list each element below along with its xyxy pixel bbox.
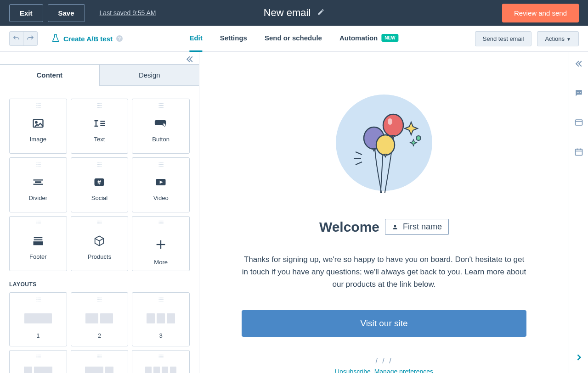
module-video-label: Video [153, 195, 169, 201]
window-icon[interactable] [574, 118, 583, 129]
layouts-grid: :::::::::::: 1 :::::::::::: 2 ::::::::::… [9, 292, 190, 346]
nav-right-actions: Send test email Actions▼ [475, 31, 579, 46]
layout-preview-icon [24, 366, 52, 373]
modules-grid: :::::::::::: Image :::::::::::: Text :::… [9, 99, 190, 271]
new-badge: NEW [381, 34, 398, 42]
person-icon [392, 224, 398, 230]
video-icon [154, 174, 167, 190]
visit-site-button[interactable]: Visit our site [242, 310, 526, 337]
expand-chevron-icon[interactable] [574, 353, 583, 364]
tab-send-or-schedule[interactable]: Send or schedule [265, 26, 322, 52]
calendar-icon[interactable] [574, 147, 583, 158]
button-icon [154, 116, 167, 131]
last-saved-link[interactable]: Last saved 9:55 AM [100, 9, 156, 17]
module-more[interactable]: :::::::::::: More [132, 216, 190, 271]
svg-rect-31 [575, 149, 582, 155]
undo-icon [12, 34, 20, 43]
history-buttons [9, 31, 38, 46]
save-button[interactable]: Save [48, 4, 85, 22]
comments-icon[interactable] [574, 89, 583, 100]
layout-2-col[interactable]: :::::::::::: 2 [71, 292, 129, 346]
drag-handle-icon: :::::::::::: [158, 221, 164, 227]
help-icon[interactable]: ? [116, 35, 123, 42]
social-icon: # [93, 174, 106, 190]
module-products[interactable]: :::::::::::: Products [71, 216, 129, 271]
unsubscribe-link[interactable]: Unsubscribe [335, 368, 371, 373]
layout-card-partial[interactable]: :::::::::::: [132, 350, 190, 373]
module-more-label: More [154, 259, 168, 266]
drag-handle-icon: :::::::::::: [35, 162, 40, 168]
layouts-section-label: LAYOUTS [9, 281, 190, 288]
module-button[interactable]: :::::::::::: Button [132, 99, 190, 154]
welcome-heading-row: Welcome First name [242, 219, 526, 235]
chevron-down-icon: ▼ [566, 37, 571, 42]
personalization-token[interactable]: First name [385, 219, 449, 235]
drag-handle-icon: :::::::::::: [97, 355, 102, 359]
tab-settings[interactable]: Settings [220, 26, 247, 52]
layout-preview-icon [85, 311, 113, 326]
token-label: First name [403, 222, 442, 232]
layout-preview-icon [147, 311, 175, 326]
sidebar-tab-content[interactable]: Content [0, 64, 100, 86]
layout-2-label: 2 [98, 332, 101, 339]
drag-handle-icon: :::::::::::: [158, 104, 164, 109]
drag-handle-icon: :::::::::::: [158, 297, 164, 303]
exit-button[interactable]: Exit [9, 4, 43, 22]
layout-1-col[interactable]: :::::::::::: 1 [9, 292, 67, 346]
tab-automation[interactable]: Automation NEW [339, 26, 399, 52]
email-canvas[interactable]: Welcome First name Thanks for signing up… [199, 52, 569, 373]
layout-3-col[interactable]: :::::::::::: 3 [132, 292, 190, 346]
svg-rect-14 [34, 242, 42, 245]
edit-title-icon[interactable] [317, 8, 324, 17]
module-footer-label: Footer [29, 253, 47, 260]
svg-point-19 [383, 114, 403, 136]
layout-card-partial[interactable]: :::::::::::: [71, 350, 129, 373]
module-text[interactable]: :::::::::::: Text [71, 99, 129, 154]
work-area: Content Design :::::::::::: Image ::::::… [0, 52, 588, 373]
plus-icon [154, 237, 167, 252]
tab-edit[interactable]: Edit [189, 26, 202, 52]
layout-preview-icon [85, 366, 113, 373]
svg-point-28 [580, 92, 581, 93]
create-ab-test-link[interactable]: Create A/B test ? [51, 34, 123, 44]
module-text-label: Text [94, 136, 105, 143]
main-tabs: Edit Settings Send or schedule Automatio… [189, 26, 398, 52]
flask-icon [51, 34, 60, 44]
send-test-email-button[interactable]: Send test email [475, 31, 532, 46]
review-and-send-button[interactable]: Review and send [502, 4, 579, 22]
module-social[interactable]: :::::::::::: # Social [71, 157, 129, 212]
drag-handle-icon: :::::::::::: [97, 297, 102, 303]
undo-button[interactable] [10, 32, 23, 45]
layout-preview-icon [145, 366, 176, 373]
svg-point-27 [578, 92, 579, 93]
svg-point-21 [376, 135, 395, 155]
module-divider-label: Divider [29, 195, 47, 201]
module-image[interactable]: :::::::::::: Image [9, 99, 67, 154]
sidebar-tab-design[interactable]: Design [100, 64, 199, 86]
layout-1-label: 1 [36, 332, 40, 339]
drag-handle-icon: :::::::::::: [35, 297, 40, 303]
email-body-text[interactable]: Thanks for signing up, we're so happy to… [242, 253, 526, 291]
balloons-illustration [334, 92, 435, 193]
actions-dropdown[interactable]: Actions▼ [537, 31, 579, 46]
collapse-sidebar-icon[interactable] [184, 55, 195, 66]
layouts-grid-row-2: :::::::::::: :::::::::::: :::::::::::: [9, 350, 190, 373]
drag-handle-icon: :::::::::::: [158, 162, 164, 168]
layout-card-partial[interactable]: :::::::::::: [9, 350, 67, 373]
drag-handle-icon: :::::::::::: [97, 162, 102, 168]
module-divider[interactable]: :::::::::::: Divider [9, 157, 67, 212]
module-footer[interactable]: :::::::::::: Footer [9, 216, 67, 271]
drag-handle-icon: :::::::::::: [35, 355, 40, 359]
layout-preview-icon [24, 311, 52, 326]
document-title: New email [264, 7, 325, 19]
drag-handle-icon: :::::::::::: [35, 104, 40, 109]
nav-bar: Create A/B test ? Edit Settings Send or … [0, 26, 588, 52]
manage-preferences-link[interactable]: Manage preferences [374, 368, 433, 373]
drag-handle-icon: :::::::::::: [97, 104, 102, 109]
redo-button[interactable] [23, 32, 37, 45]
welcome-heading[interactable]: Welcome [319, 219, 379, 235]
drag-handle-icon: :::::::::::: [35, 221, 40, 227]
module-video[interactable]: :::::::::::: Video [132, 157, 190, 212]
email-body: Welcome First name Thanks for signing up… [223, 52, 545, 373]
expand-right-rail-icon[interactable] [574, 59, 583, 70]
